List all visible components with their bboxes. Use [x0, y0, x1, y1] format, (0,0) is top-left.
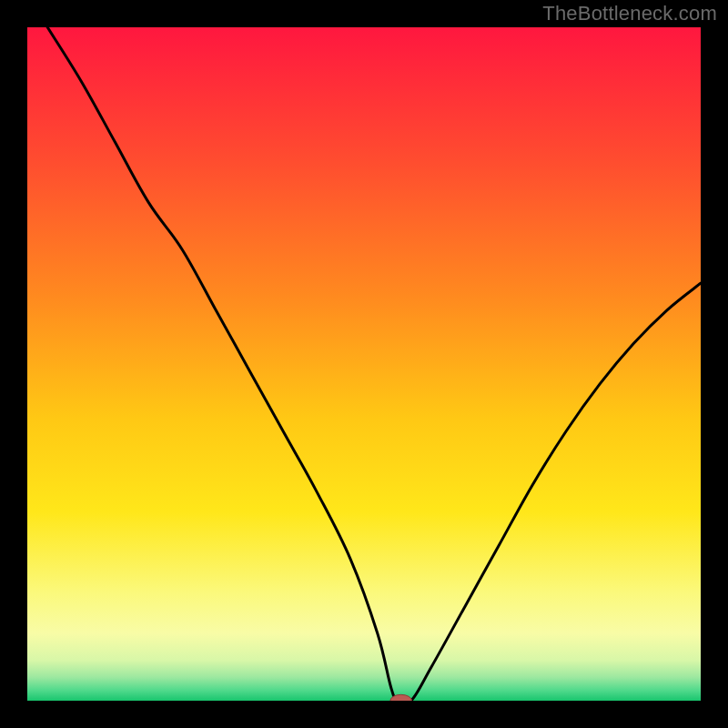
chart-svg [27, 27, 701, 701]
chart-plot-area [27, 27, 701, 701]
watermark-text: TheBottleneck.com [542, 2, 717, 25]
chart-frame: TheBottleneck.com [0, 0, 728, 728]
gradient-background [27, 27, 701, 701]
